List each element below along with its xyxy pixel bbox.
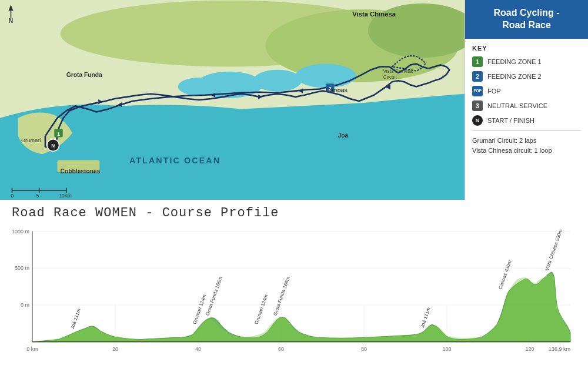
bottom-section: Road Race WOMEN - Course Profile 1000 m … [0, 200, 588, 372]
feeding2-label: FEEDING ZONE 2 [487, 73, 542, 80]
feeding2-badge: 2 [472, 71, 483, 82]
svg-text:60: 60 [278, 346, 284, 352]
svg-text:Circuit: Circuit [383, 75, 397, 80]
svg-text:N: N [9, 18, 13, 24]
feeding1-badge: 1 [472, 56, 483, 67]
svg-text:5: 5 [36, 193, 39, 199]
svg-text:0: 0 [11, 193, 14, 199]
neutral-badge: 3 [472, 100, 483, 111]
neutral-label: NEUTRAL SERVICE [487, 102, 547, 109]
key-item-feeding2: 2 FEEDING ZONE 2 [472, 71, 581, 82]
svg-text:500 m: 500 m [15, 265, 29, 271]
svg-text:80: 80 [361, 346, 367, 352]
svg-text:Grumari: Grumari [21, 138, 41, 143]
start-label: START / FINISH [487, 117, 534, 124]
svg-text:1000 m: 1000 m [12, 228, 29, 234]
key-item-feeding1: 1 FEEDING ZONE 1 [472, 56, 581, 67]
svg-text:N: N [51, 143, 55, 149]
key-note-2: Vista Chinesa circuit: 1 loop [472, 146, 581, 156]
profile-chart: 1000 m 500 m 0 m 0 km 20 40 60 80 100 12… [12, 225, 576, 360]
profile-title: Road Race WOMEN - Course Profile [12, 206, 576, 220]
svg-text:40: 40 [195, 346, 201, 352]
key-note-1: Grumari Circuit: 2 laps [472, 136, 581, 146]
svg-text:ATLANTIC OCEAN: ATLANTIC OCEAN [129, 156, 220, 165]
chart-svg: 1000 m 500 m 0 m 0 km 20 40 60 80 100 12… [12, 225, 576, 360]
svg-point-6 [178, 78, 220, 96]
feeding1-label: FEEDING ZONE 1 [487, 58, 542, 65]
top-section: N 1 2 Vista Chinesa Grota Funda Canoas J… [0, 0, 588, 200]
key-item-neutral: 3 NEUTRAL SERVICE [472, 100, 581, 111]
key-item-start: N START / FINISH [472, 115, 581, 126]
svg-text:20: 20 [112, 346, 118, 352]
svg-text:Vista Chinesa: Vista Chinesa [383, 69, 413, 74]
svg-text:Cobblestones: Cobblestones [61, 168, 101, 175]
key-body: KEY 1 FEEDING ZONE 1 2 FEEDING ZONE 2 FO… [465, 39, 588, 200]
key-divider [472, 130, 581, 131]
svg-text:Joá: Joá [338, 132, 349, 139]
key-panel-header: Road Cycling - Road Race [465, 0, 588, 39]
key-notes: Grumari Circuit: 2 laps Vista Chinesa ci… [472, 136, 581, 156]
svg-text:120: 120 [526, 346, 534, 352]
svg-text:0 m: 0 m [21, 302, 29, 308]
panel-title-line2: Road Race [502, 20, 551, 30]
panel-title-line1: Road Cycling - [493, 8, 559, 18]
svg-text:136,9 km: 136,9 km [549, 346, 570, 352]
svg-point-5 [253, 70, 302, 92]
svg-text:Canoas: Canoas [326, 87, 348, 93]
svg-text:0 km: 0 km [26, 346, 38, 352]
svg-text:100: 100 [443, 346, 452, 352]
map-container: N 1 2 Vista Chinesa Grota Funda Canoas J… [0, 0, 465, 200]
svg-point-7 [296, 63, 356, 88]
svg-text:1: 1 [57, 131, 60, 137]
key-panel: Road Cycling - Road Race KEY 1 FEEDING Z… [465, 0, 588, 200]
start-badge: N [472, 115, 483, 126]
key-item-fop: FOP FOP [472, 86, 581, 96]
map-svg: N 1 2 Vista Chinesa Grota Funda Canoas J… [0, 0, 465, 200]
fop-badge: FOP [472, 86, 483, 96]
svg-text:Grota Funda: Grota Funda [66, 72, 102, 78]
svg-text:Vista Chinesa: Vista Chinesa [352, 11, 396, 18]
svg-text:10Km: 10Km [59, 193, 72, 199]
fop-label: FOP [487, 88, 501, 95]
key-section-label: KEY [472, 45, 581, 52]
